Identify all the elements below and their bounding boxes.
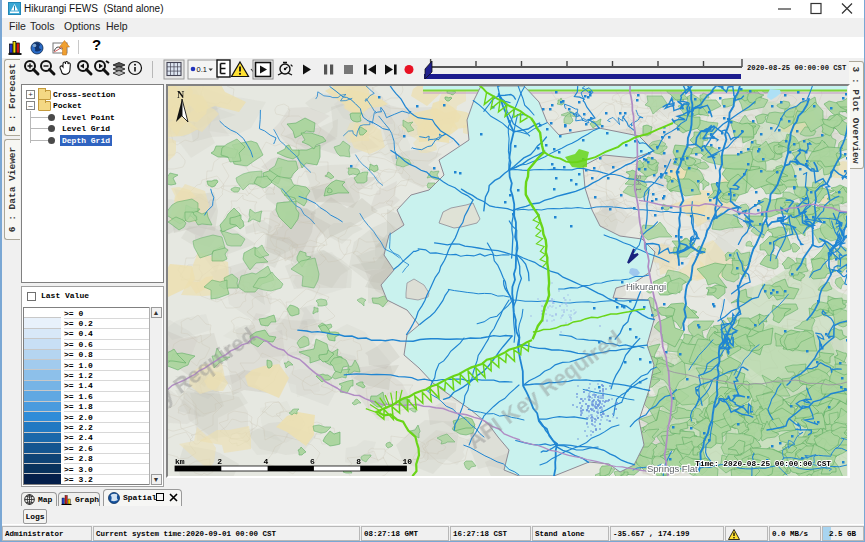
svg-text:2: 2 [217,457,222,466]
svg-text:km: km [175,457,185,466]
svg-text:SH 1: SH 1 [634,174,643,192]
svg-text:Springs Flat: Springs Flat [647,463,698,474]
svg-text:4: 4 [264,457,269,466]
svg-text:Hikurangi: Hikurangi [626,281,666,292]
svg-text:Time: 2020-08-25 00:00:00 CST: Time: 2020-08-25 00:00:00 CST [695,460,831,468]
svg-text:N: N [177,89,185,100]
svg-text:0.1: 0.1 [197,65,207,74]
svg-text:8: 8 [356,457,361,466]
svg-text:10: 10 [403,457,413,466]
svg-text:6: 6 [310,457,315,466]
